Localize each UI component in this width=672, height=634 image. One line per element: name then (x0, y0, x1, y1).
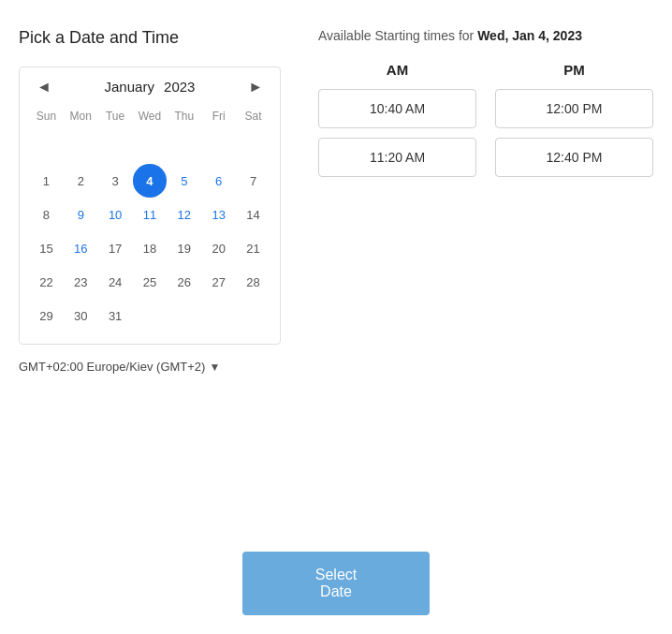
calendar-day-28[interactable]: 28 (236, 265, 270, 299)
calendar-day-18[interactable]: 18 (133, 231, 168, 265)
calendar: ◄ January 2023 ► SunMonTueWedThuFriSat 1… (19, 66, 281, 345)
calendar-day-22[interactable]: 22 (29, 265, 64, 299)
calendar-year: 2023 (164, 79, 195, 95)
time-slot-1040am[interactable]: 10:40 AM (318, 89, 476, 128)
calendar-day-17[interactable]: 17 (98, 231, 133, 265)
right-panel: Available Starting times for Wed, Jan 4,… (299, 28, 653, 374)
timezone-arrow-icon: ▼ (209, 361, 220, 374)
calendar-day-2[interactable]: 2 (64, 164, 98, 198)
available-date: Wed, Jan 4, 2023 (477, 28, 582, 43)
calendar-day-4[interactable]: 4 (133, 164, 168, 198)
calendar-thead: SunMonTueWedThuFriSat (29, 106, 270, 130)
calendar-day-24[interactable]: 24 (98, 265, 133, 299)
next-month-button[interactable]: ► (241, 75, 270, 99)
day-header-wed: Wed (133, 106, 168, 130)
calendar-day-29[interactable]: 29 (29, 299, 64, 332)
time-slot-1120am[interactable]: 11:20 AM (318, 138, 476, 177)
time-slot-1240pm[interactable]: 12:40 PM (495, 138, 653, 177)
left-panel: Pick a Date and Time ◄ January 2023 ► Su… (19, 28, 281, 374)
calendar-day-6[interactable]: 6 (201, 164, 236, 198)
timezone-selector[interactable]: GMT+02:00 Europe/Kiev (GMT+2) ▼ (19, 360, 281, 374)
day-header-tue: Tue (98, 106, 133, 130)
calendar-day-1[interactable]: 1 (29, 164, 64, 198)
calendar-day-23[interactable]: 23 (64, 265, 98, 299)
select-date-button-wrapper: Select Date (0, 533, 672, 634)
calendar-tbody: 1234567891011121314151617181920212223242… (29, 130, 270, 332)
am-header: AM (318, 62, 476, 78)
calendar-day-14[interactable]: 14 (236, 198, 270, 231)
calendar-day-7[interactable]: 7 (236, 164, 270, 198)
calendar-day-20[interactable]: 20 (201, 231, 236, 265)
calendar-day-30[interactable]: 30 (64, 299, 98, 332)
calendar-day-27[interactable]: 27 (201, 265, 236, 299)
day-header-sun: Sun (29, 106, 64, 130)
calendar-month-year: January 2023 (105, 79, 196, 95)
calendar-day-11[interactable]: 11 (133, 198, 168, 231)
calendar-header: ◄ January 2023 ► (29, 79, 270, 95)
calendar-day-5[interactable]: 5 (167, 164, 201, 198)
calendar-day-13[interactable]: 13 (201, 198, 236, 231)
select-date-button[interactable]: Select Date (242, 552, 430, 615)
calendar-day-25[interactable]: 25 (133, 265, 168, 299)
calendar-day-3[interactable]: 3 (98, 164, 133, 198)
calendar-day-15[interactable]: 15 (29, 231, 64, 265)
calendar-day-31[interactable]: 31 (98, 299, 133, 332)
pm-header: PM (495, 62, 653, 78)
calendar-day-12[interactable]: 12 (167, 198, 201, 231)
calendar-day-16[interactable]: 16 (64, 231, 98, 265)
calendar-month: January (105, 79, 154, 95)
pm-column: PM 12:00 PM 12:40 PM (495, 62, 653, 186)
time-columns: AM 10:40 AM 11:20 AM PM 12:00 PM 12:40 P… (318, 62, 653, 186)
prev-month-button[interactable]: ◄ (29, 75, 59, 99)
day-header-fri: Fri (201, 106, 236, 130)
calendar-day-19[interactable]: 19 (167, 231, 201, 265)
time-slot-1200pm[interactable]: 12:00 PM (495, 89, 653, 128)
timezone-label: GMT+02:00 Europe/Kiev (GMT+2) (19, 360, 205, 374)
available-prefix: Available Starting times for (318, 28, 477, 43)
calendar-day-9[interactable]: 9 (64, 198, 98, 231)
calendar-day-8[interactable]: 8 (29, 198, 64, 231)
calendar-day-10[interactable]: 10 (98, 198, 133, 231)
am-column: AM 10:40 AM 11:20 AM (318, 62, 476, 186)
calendar-day-21[interactable]: 21 (236, 231, 270, 265)
available-header: Available Starting times for Wed, Jan 4,… (318, 28, 653, 43)
page-title: Pick a Date and Time (19, 28, 281, 48)
day-header-mon: Mon (64, 106, 98, 130)
day-header-thu: Thu (167, 106, 201, 130)
calendar-day-26[interactable]: 26 (167, 265, 201, 299)
day-header-sat: Sat (236, 106, 270, 130)
calendar-grid: SunMonTueWedThuFriSat 123456789101112131… (29, 106, 270, 332)
